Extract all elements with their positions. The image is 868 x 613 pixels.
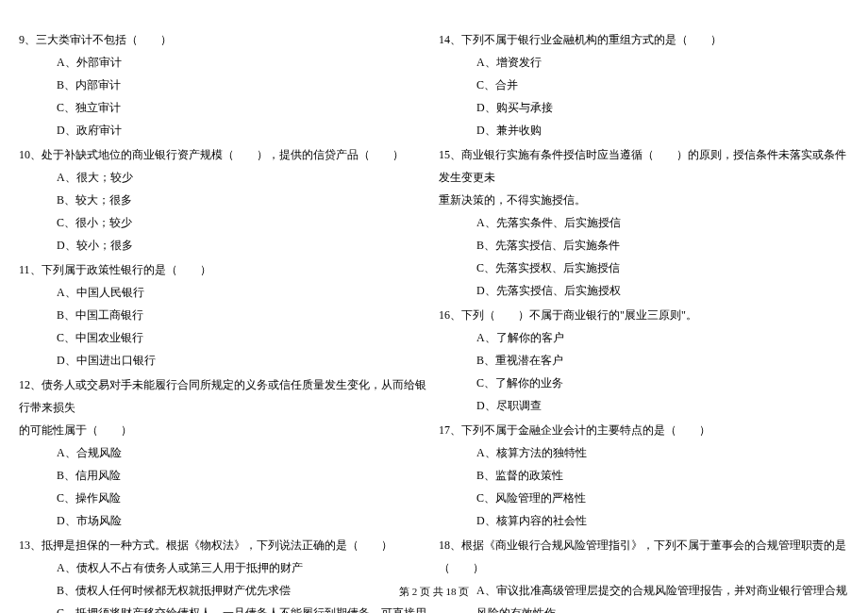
option-b: B、较大；很多	[19, 189, 429, 211]
question-stem: 17、下列不属于金融企业会计的主要特点的是（ ）	[439, 419, 849, 441]
option-b: B、内部审计	[19, 74, 429, 96]
option-d: D、尽职调查	[439, 394, 849, 417]
option-b: B、先落实授信、后实施条件	[439, 234, 849, 257]
question-10: 10、处于补缺式地位的商业银行资产规模（ ），提供的信贷产品（ ） A、很大；较…	[19, 143, 429, 257]
option-a: A、外部审计	[19, 51, 429, 74]
option-a: A、核算方法的独特性	[439, 441, 849, 464]
question-stem: 12、债务人或交易对手未能履行合同所规定的义务或信任质量发生变化，从而给银行带来…	[19, 373, 429, 419]
option-a: A、中国人民银行	[19, 281, 429, 304]
option-c: C、抵押须将财产移交给债权人，一旦债务人不能履行到期债务，可直接用于清偿	[19, 602, 429, 613]
option-d: D、市场风险	[19, 509, 429, 532]
option-c: C、合并	[439, 74, 849, 96]
question-stem: 10、处于补缺式地位的商业银行资产规模（ ），提供的信贷产品（ ）	[19, 143, 429, 166]
question-stem: 9、三大类审计不包括（ ）	[19, 28, 429, 51]
page-footer: 第 2 页 共 18 页	[0, 585, 868, 599]
right-column: 14、下列不属于银行业金融机构的重组方式的是（ ） A、增资发行 C、合并 D、…	[439, 28, 849, 613]
option-b: B、监督的政策性	[439, 464, 849, 487]
option-b: B、中国工商银行	[19, 304, 429, 326]
question-18: 18、根据《商业银行合规风险管理指引》，下列不属于董事会的合规管理职责的是（ ）…	[439, 534, 849, 613]
question-stem: 18、根据《商业银行合规风险管理指引》，下列不属于董事会的合规管理职责的是（ ）	[439, 534, 849, 579]
option-a: A、先落实条件、后实施授信	[439, 211, 849, 234]
question-stem-cont: 的可能性属于（ ）	[19, 419, 429, 441]
question-stem: 14、下列不属于银行业金融机构的重组方式的是（ ）	[439, 28, 849, 51]
question-stem: 16、下列（ ）不属于商业银行的"展业三原则"。	[439, 304, 849, 326]
option-d: D、购买与承接	[439, 96, 849, 119]
question-stem-cont: 重新决策的，不得实施授信。	[439, 189, 849, 211]
option-d: D、先落实授信、后实施授权	[439, 279, 849, 302]
question-12: 12、债务人或交易对手未能履行合同所规定的义务或信任质量发生变化，从而给银行带来…	[19, 373, 429, 532]
question-13: 13、抵押是担保的一种方式。根据《物权法》，下列说法正确的是（ ） A、债权人不…	[19, 534, 429, 613]
option-a: A、增资发行	[439, 51, 849, 74]
question-9: 9、三大类审计不包括（ ） A、外部审计 B、内部审计 C、独立审计 D、政府审…	[19, 28, 429, 141]
option-d: D、中国进出口银行	[19, 349, 429, 372]
question-stem: 11、下列属于政策性银行的是（ ）	[19, 258, 429, 281]
option-a: A、很大；较少	[19, 166, 429, 189]
question-15: 15、商业银行实施有条件授信时应当遵循（ ）的原则，授信条件未落实或条件发生变更…	[439, 143, 849, 302]
left-column: 9、三大类审计不包括（ ） A、外部审计 B、内部审计 C、独立审计 D、政府审…	[19, 28, 429, 613]
question-stem: 15、商业银行实施有条件授信时应当遵循（ ）的原则，授信条件未落实或条件发生变更…	[439, 143, 849, 189]
option-c: C、操作风险	[19, 487, 429, 509]
option-a: A、合规风险	[19, 441, 429, 464]
option-c: C、很小；较少	[19, 211, 429, 234]
option-c: C、独立审计	[19, 96, 429, 119]
option-d: D、政府审计	[19, 119, 429, 141]
option-d: D、较小；很多	[19, 234, 429, 257]
option-e: D、兼并收购	[439, 119, 849, 141]
option-a: A、债权人不占有债务人或第三人用于抵押的财产	[19, 556, 429, 579]
option-b: B、信用风险	[19, 464, 429, 487]
option-c: C、风险管理的严格性	[439, 487, 849, 509]
question-16: 16、下列（ ）不属于商业银行的"展业三原则"。 A、了解你的客户 B、重视潜在…	[439, 304, 849, 417]
option-d: D、核算内容的社会性	[439, 509, 849, 532]
question-11: 11、下列属于政策性银行的是（ ） A、中国人民银行 B、中国工商银行 C、中国…	[19, 258, 429, 372]
option-a: A、了解你的客户	[439, 326, 849, 349]
question-17: 17、下列不属于金融企业会计的主要特点的是（ ） A、核算方法的独特性 B、监督…	[439, 419, 849, 532]
option-b: B、重视潜在客户	[439, 349, 849, 372]
option-c: C、先落实授权、后实施授信	[439, 257, 849, 279]
question-stem: 13、抵押是担保的一种方式。根据《物权法》，下列说法正确的是（ ）	[19, 534, 429, 556]
option-c: C、了解你的业务	[439, 372, 849, 394]
question-14: 14、下列不属于银行业金融机构的重组方式的是（ ） A、增资发行 C、合并 D、…	[439, 28, 849, 141]
option-c: C、中国农业银行	[19, 326, 429, 349]
